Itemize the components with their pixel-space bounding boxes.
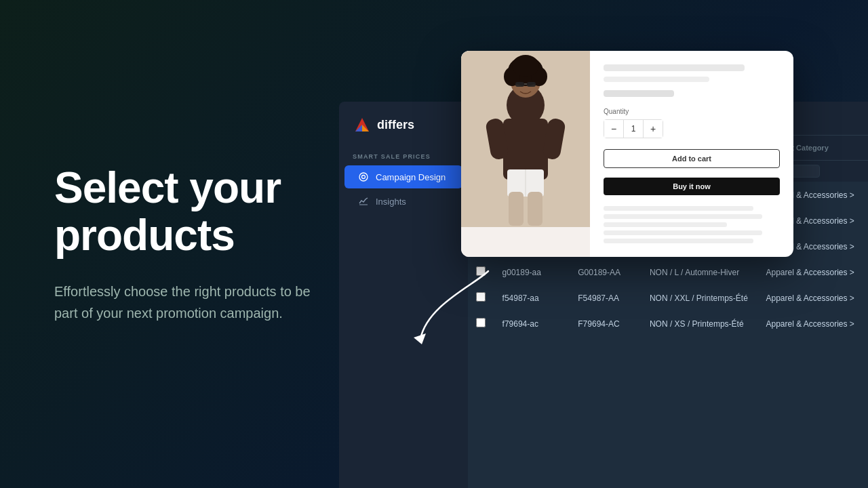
logo-text: differs [377, 118, 414, 132]
sidebar-item-insights[interactable]: Insights [344, 190, 462, 213]
product-price-placeholder [604, 90, 674, 97]
cell-title: G00189-AA [570, 260, 642, 285]
product-preview-card: Quantity − 1 + Add to cart Buy it now [461, 51, 793, 257]
quantity-plus-button[interactable]: + [644, 120, 663, 138]
desc-line-1 [604, 206, 753, 211]
cell-handle: g00189-aa [494, 260, 570, 285]
table-row: g00189-aa G00189-AA NON / L / Automne-Hi… [468, 260, 868, 285]
sidebar-section-label: SMART SALE PRICES [339, 148, 468, 164]
add-to-cart-button[interactable]: Add to cart [604, 149, 780, 168]
product-image-section [461, 51, 590, 257]
quantity-control: − 1 + [604, 119, 663, 138]
description-placeholders [604, 206, 780, 243]
svg-point-4 [362, 176, 366, 179]
cell-category: Apparel & Accessories > [757, 260, 868, 285]
row-checkbox-cell [468, 311, 494, 337]
svg-rect-15 [515, 82, 524, 87]
product-model-svg [461, 51, 590, 227]
row-checkbox-cell [468, 260, 494, 285]
logo-icon [353, 115, 372, 134]
sidebar-logo: differs [339, 115, 468, 148]
buy-now-button[interactable]: Buy it now [604, 178, 780, 195]
svg-point-14 [512, 55, 539, 77]
insights-icon [358, 196, 369, 207]
minus-icon: − [611, 123, 616, 134]
desc-line-4 [604, 230, 762, 235]
cell-handle: f79694-ac [494, 311, 570, 337]
row-checkbox[interactable] [476, 266, 486, 276]
hero-title: Select your products [54, 164, 339, 260]
row-checkbox-cell [468, 285, 494, 311]
cell-title: F79694-AC [570, 311, 642, 337]
quantity-value: 1 [623, 120, 644, 138]
svg-rect-23 [509, 192, 524, 226]
product-title-placeholder [604, 64, 745, 71]
cell-title: F54987-AA [570, 285, 642, 311]
cell-variant: NON / XS / Printemps-Été [642, 311, 758, 337]
product-details-section: Quantity − 1 + Add to cart Buy it now [590, 51, 793, 257]
quantity-section: Quantity − 1 + [604, 108, 780, 138]
sidebar-item-campaign-design[interactable]: Campaign Design [344, 165, 462, 188]
product-subtitle-placeholder [604, 77, 709, 82]
cell-variant: NON / L / Automne-Hiver [642, 260, 758, 285]
row-checkbox[interactable] [476, 292, 486, 302]
cell-variant: NON / XXL / Printemps-Été [642, 285, 758, 311]
svg-rect-16 [527, 82, 536, 87]
desc-line-3 [604, 222, 727, 227]
cell-category: Apparel & Accessories > [757, 285, 868, 311]
cell-handle: f54987-aa [494, 285, 570, 311]
hero-subtitle: Effortlessly choose the right products t… [54, 281, 326, 324]
desc-line-5 [604, 239, 753, 243]
app-section: differs SMART SALE PRICES Campaign Desig… [339, 0, 868, 488]
quantity-label: Quantity [604, 108, 780, 115]
svg-point-3 [359, 173, 368, 181]
table-row: f79694-ac F79694-AC NON / XS / Printemps… [468, 311, 868, 337]
cell-category: Apparel & Accessories > [757, 311, 868, 337]
svg-rect-24 [528, 192, 542, 226]
table-row: f54987-aa F54987-AA NON / XXL / Printemp… [468, 285, 868, 311]
desc-line-2 [604, 214, 762, 219]
sidebar: differs SMART SALE PRICES Campaign Desig… [339, 102, 468, 488]
hero-section: Select your products Effortlessly choose… [0, 0, 380, 488]
row-checkbox[interactable] [476, 318, 486, 327]
plus-icon: + [650, 123, 656, 134]
sidebar-item-insights-label: Insights [376, 197, 406, 207]
quantity-minus-button[interactable]: − [604, 120, 623, 138]
sidebar-item-campaign-label: Campaign Design [376, 172, 446, 182]
campaign-icon [358, 171, 369, 182]
